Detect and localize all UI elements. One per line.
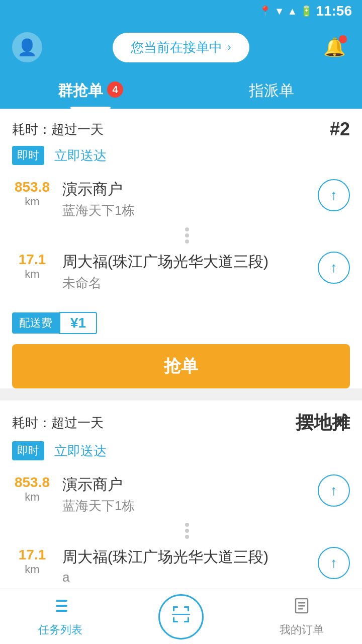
grab-button-1[interactable]: 抢单 bbox=[12, 344, 350, 388]
svg-rect-7 bbox=[173, 606, 174, 611]
top-header: 👤 您当前在接单中 › 🔔 bbox=[0, 22, 362, 72]
my-orders-icon bbox=[292, 596, 312, 620]
status-pill-text: 您当前在接单中 bbox=[131, 39, 222, 56]
delivery-unit-1: km bbox=[12, 268, 52, 281]
card-header-2: 耗时：超过一天 摆地摊 bbox=[0, 400, 362, 441]
svg-rect-4 bbox=[53, 605, 56, 607]
signal-icon: ▲ bbox=[288, 6, 298, 17]
instant-text-1: 立即送达 bbox=[54, 147, 107, 165]
instant-badge-1: 即时 bbox=[12, 146, 44, 165]
scan-circle[interactable] bbox=[158, 594, 204, 639]
svg-rect-13 bbox=[188, 617, 189, 622]
time-label-2: 耗时：超过一天 bbox=[12, 414, 104, 432]
svg-rect-3 bbox=[53, 600, 56, 602]
pickup-unit-2: km bbox=[12, 491, 52, 504]
pickup-unit-1: km bbox=[12, 195, 52, 208]
tab-assign-label: 指派单 bbox=[249, 80, 294, 101]
order-num-1: #2 bbox=[330, 119, 350, 140]
svg-rect-5 bbox=[53, 610, 56, 612]
up-arrow-icon-3: ↑ bbox=[330, 482, 337, 499]
delivery-distance-1: 17.1 bbox=[12, 252, 52, 268]
svg-rect-16 bbox=[298, 602, 305, 604]
bottom-navigation: 任务列表 bbox=[0, 589, 362, 644]
card-header-1: 耗时：超过一天 #2 bbox=[0, 109, 362, 146]
price-row-1: 配送费 ¥1 bbox=[0, 306, 362, 340]
tab-group-grab[interactable]: 群抢单 4 bbox=[0, 72, 181, 109]
svg-rect-14 bbox=[172, 614, 190, 615]
notification-button[interactable]: 🔔 bbox=[320, 32, 350, 62]
nav-item-task-list[interactable]: 任务列表 bbox=[0, 589, 121, 644]
chevron-right-icon: › bbox=[227, 41, 231, 54]
battery-icon: 🔋 bbox=[300, 5, 313, 17]
delivery-detail-2: a bbox=[62, 570, 308, 585]
up-arrow-icon-4: ↑ bbox=[330, 555, 337, 571]
pickup-point-1: 853.8 km 演示商户 蓝海天下1栋 ↑ bbox=[12, 173, 350, 225]
route-section-2: 853.8 km 演示商户 蓝海天下1栋 ↑ 17.1 km bbox=[0, 468, 362, 599]
svg-rect-17 bbox=[298, 605, 305, 607]
pickup-detail-2: 蓝海天下1栋 bbox=[62, 497, 308, 515]
delivery-point-2: 17.1 km 周大福(珠江广场光华大道三段) a ↑ bbox=[12, 541, 350, 591]
svg-rect-11 bbox=[173, 617, 174, 622]
delivery-name-1: 周大福(珠江广场光华大道三段) bbox=[62, 252, 308, 272]
delivery-name-2: 周大福(珠江广场光华大道三段) bbox=[62, 547, 308, 568]
delivery-distance-2: 17.1 bbox=[12, 547, 52, 563]
task-list-label: 任务列表 bbox=[38, 622, 82, 637]
status-bar: 📍 ▼ ▲ 🔋 11:56 bbox=[0, 0, 362, 22]
price-label-1: 配送费 bbox=[12, 312, 59, 334]
svg-rect-9 bbox=[188, 606, 189, 611]
tab-assign[interactable]: 指派单 bbox=[181, 72, 362, 109]
up-arrow-icon-2: ↑ bbox=[330, 260, 337, 276]
delivery-unit-2: km bbox=[12, 563, 52, 576]
delivery-point-1: 17.1 km 周大福(珠江广场光华大道三段) 未命名 ↑ bbox=[12, 246, 350, 298]
status-pill[interactable]: 您当前在接单中 › bbox=[113, 33, 249, 62]
status-icons: 📍 ▼ ▲ 🔋 11:56 bbox=[259, 3, 352, 19]
user-icon: 👤 bbox=[17, 38, 37, 57]
pickup-detail-1: 蓝海天下1栋 bbox=[62, 202, 308, 219]
location-icon: 📍 bbox=[259, 5, 272, 17]
my-orders-label: 我的订单 bbox=[280, 622, 324, 637]
avatar-button[interactable]: 👤 bbox=[12, 32, 42, 62]
order-list: 耗时：超过一天 #2 即时 立即送达 853.8 km 演示商户 蓝海天下1栋 … bbox=[0, 109, 362, 644]
scan-button-wrap[interactable] bbox=[121, 594, 241, 639]
tab-group-grab-label: 群抢单 bbox=[58, 80, 103, 101]
pickup-name-2: 演示商户 bbox=[62, 474, 308, 495]
time-label-1: 耗时：超过一天 bbox=[12, 121, 104, 138]
tab-bar: 群抢单 4 指派单 bbox=[0, 72, 362, 109]
nav-item-my-orders[interactable]: 我的订单 bbox=[241, 589, 362, 644]
notification-dot bbox=[339, 35, 347, 43]
tab-group-grab-badge: 4 bbox=[107, 82, 123, 98]
price-value-1: ¥1 bbox=[59, 312, 97, 334]
up-arrow-icon: ↑ bbox=[330, 187, 337, 203]
instant-badge-2: 即时 bbox=[12, 441, 44, 460]
pickup-distance-2: 853.8 bbox=[12, 474, 52, 491]
route-section-1: 853.8 km 演示商户 蓝海天下1栋 ↑ 17.1 bbox=[0, 173, 362, 306]
order-num-2: 摆地摊 bbox=[296, 411, 350, 435]
svg-rect-18 bbox=[298, 608, 303, 610]
pickup-nav-btn-2[interactable]: ↑ bbox=[318, 474, 350, 507]
pickup-distance-1: 853.8 bbox=[12, 179, 52, 195]
scan-icon bbox=[170, 603, 192, 630]
pickup-name-1: 演示商户 bbox=[62, 179, 308, 200]
instant-text-2: 立即送达 bbox=[54, 442, 107, 460]
order-card-1: 耗时：超过一天 #2 即时 立即送达 853.8 km 演示商户 蓝海天下1栋 … bbox=[0, 109, 362, 388]
pickup-point-2: 853.8 km 演示商户 蓝海天下1栋 ↑ bbox=[12, 468, 350, 521]
delivery-nav-btn-1[interactable]: ↑ bbox=[318, 252, 350, 284]
wifi-icon: ▼ bbox=[275, 6, 285, 17]
delivery-detail-1: 未命名 bbox=[62, 274, 308, 292]
delivery-nav-btn-2[interactable]: ↑ bbox=[318, 547, 350, 579]
clock: 11:56 bbox=[316, 3, 352, 19]
route-connector-1 bbox=[24, 225, 350, 246]
pickup-nav-btn-1[interactable]: ↑ bbox=[318, 179, 350, 211]
task-list-icon bbox=[50, 596, 70, 620]
route-connector-2 bbox=[24, 521, 350, 541]
